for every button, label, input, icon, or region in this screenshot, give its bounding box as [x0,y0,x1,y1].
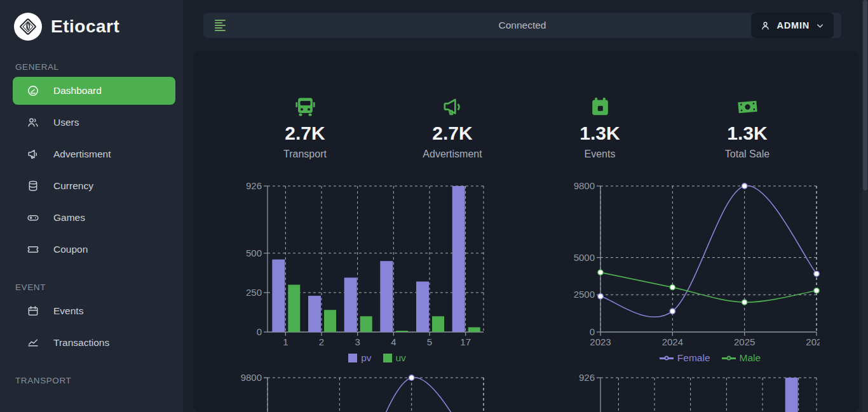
sidebar-section-label: EVENT [15,282,183,292]
calendar-icon [27,305,39,317]
sidebar-item-dashboard[interactable]: Dashboard [13,77,175,105]
stat-value: 2.7K [285,123,325,144]
svg-text:5: 5 [427,336,432,347]
sidebar-item-label: Coupon [53,244,88,255]
sidebar: Etiocart GENERAL Dashboard Users Adverti… [0,0,183,412]
svg-text:4: 4 [391,336,396,347]
megaphone-icon [27,148,39,161]
stat-value: 1.3K [727,123,767,144]
svg-text:926: 926 [579,374,595,383]
megaphone-icon [441,95,465,119]
chart-line-2: 02500500098002023202420252026FemaleMale [233,374,487,412]
svg-text:0: 0 [257,326,262,337]
legend-item-male: Male [722,352,761,364]
svg-text:0: 0 [590,326,595,337]
sidebar-section-label: TRANSPORT [15,376,183,385]
legend-label: Female [677,352,710,364]
page-scrollbar[interactable] [862,0,868,412]
sidebar-item-label: Advertisment [53,149,111,160]
chart-bar-3: 02505009261234517pvuv [566,374,820,412]
legend-item-female: Female [660,352,710,364]
sidebar-item-currency[interactable]: Currency [13,172,175,200]
stats-row: 2.7K Transport 2.7K Advertisment 1.3K Ev… [193,51,859,161]
svg-text:9800: 9800 [241,374,262,383]
scrollbar-thumb[interactable] [863,0,867,190]
chart-line-1: 02500500098002023202420252026FemaleMale [566,182,820,365]
sidebar-item-advertisment[interactable]: Advertisment [13,140,175,168]
stat-label: Events [585,148,616,161]
svg-text:5000: 5000 [574,252,595,263]
svg-text:2024: 2024 [662,336,683,347]
leaf-diamond-logo-icon [14,13,42,41]
svg-text:2023: 2023 [590,336,611,347]
admin-menu-label: ADMIN [776,20,810,30]
calendar-icon [588,95,612,119]
svg-text:17: 17 [460,336,471,347]
admin-menu-button[interactable]: ADMIN [751,13,834,38]
line-chart-plot: 02500500098002023202420252026 [233,374,487,412]
gamepad-icon [27,211,39,224]
sidebar-item-events[interactable]: Events [13,297,175,325]
app-root: Etiocart GENERAL Dashboard Users Adverti… [0,0,868,412]
charts-grid: 02505009261234517pvuv0250050009800202320… [193,182,859,412]
bus-icon [294,95,317,119]
chart-legend: pvuv [233,351,487,365]
svg-text:2025: 2025 [734,336,755,347]
person-icon [760,20,771,31]
legend-line-swatch [722,357,736,359]
sidebar-item-label: Currency [53,180,93,192]
legend-label: pv [361,352,371,364]
line-chart-plot: 02500500098002023202420252026 [566,182,820,349]
stat-value: 1.3K [580,123,620,144]
topbar: Connected ADMIN [203,13,841,38]
svg-text:2026: 2026 [806,336,820,347]
brand[interactable]: Etiocart [0,8,183,43]
sidebar-item-label: Games [53,212,85,223]
svg-text:926: 926 [246,182,262,191]
coins-icon [27,180,39,192]
chart-line-icon [27,336,39,349]
sidebar-item-label: Users [53,117,79,128]
money-icon [736,95,759,119]
sidebar-section-label: GENERAL [15,62,183,72]
svg-text:2: 2 [319,336,324,347]
legend-square-swatch [348,354,357,362]
stat-label: Advertisment [423,148,482,161]
chart-bar-0: 02505009261234517pvuv [233,182,487,365]
legend-label: Male [740,352,761,364]
sidebar-item-coupon[interactable]: Coupon [13,236,175,263]
svg-text:250: 250 [246,287,262,298]
legend-item-uv: uv [383,352,406,364]
bar-chart-plot: 02505009261234517 [233,182,487,349]
dashboard-panel: 2.7K Transport 2.7K Advertisment 1.3K Ev… [193,51,859,412]
sidebar-item-label: Dashboard [53,85,102,96]
legend-square-swatch [383,354,392,362]
stat-card-advertisment: 2.7K Advertisment [379,95,526,161]
svg-text:2500: 2500 [574,289,595,300]
stat-card-events: 1.3K Events [526,95,674,161]
legend-item-pv: pv [348,352,371,364]
connection-status: Connected [203,20,841,31]
gauge-icon [27,84,39,97]
stat-label: Transport [283,148,327,161]
sidebar-item-label: Events [53,305,83,317]
sidebar-item-games[interactable]: Games [13,204,175,232]
users-icon [27,116,39,129]
stat-value: 2.7K [432,123,472,144]
svg-text:1: 1 [283,336,288,347]
sidebar-item-users[interactable]: Users [13,109,175,136]
stat-card-transport: 2.7K Transport [231,95,379,161]
svg-text:9800: 9800 [574,182,595,191]
svg-text:3: 3 [355,336,360,347]
bar-chart-plot: 02505009261234517 [566,374,820,412]
hamburger-icon[interactable] [215,20,227,31]
sidebar-item-transactions[interactable]: Transactions [13,329,175,357]
svg-text:500: 500 [246,248,262,258]
main-area: Connected ADMIN 2.7K Transport [183,0,868,412]
brand-name: Etiocart [51,17,119,37]
legend-label: uv [396,352,406,364]
stat-label: Total Sale [725,148,770,161]
legend-line-swatch [660,357,674,359]
sidebar-item-label: Transactions [53,337,109,349]
chevron-down-icon [815,21,825,30]
